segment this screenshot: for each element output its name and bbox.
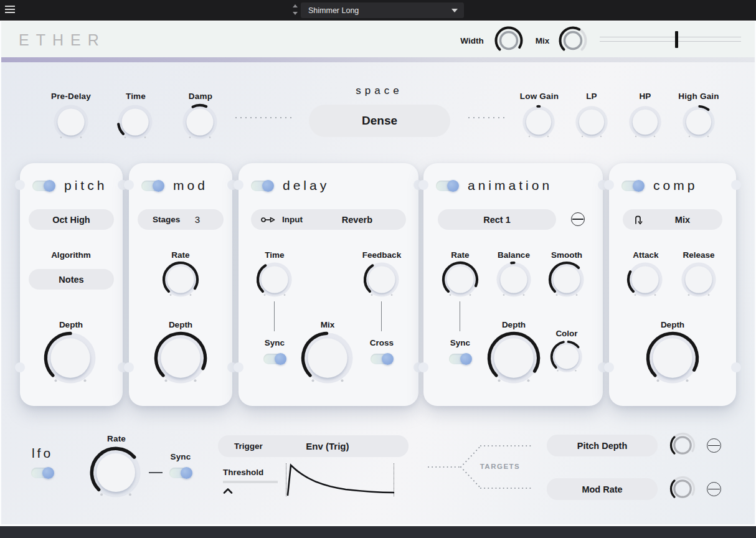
mod-depth-knob[interactable]	[153, 331, 208, 385]
threshold-label: Threshold	[223, 468, 263, 477]
bottom-bar	[0, 526, 756, 538]
delay-enable-toggle[interactable]	[251, 181, 273, 191]
preset-spinner[interactable]	[293, 4, 298, 16]
trigger-label: Trigger	[234, 441, 263, 451]
threshold-handle-icon[interactable]	[223, 488, 233, 494]
lfo-enable-toggle[interactable]	[31, 468, 54, 478]
high-gain-label: High Gain	[678, 92, 719, 101]
pitch-enable-toggle[interactable]	[32, 181, 55, 191]
animation-smooth-knob[interactable]	[548, 261, 585, 298]
algorithm-label: Algorithm	[51, 250, 91, 260]
low-gain-knob[interactable]	[521, 105, 556, 139]
space-mode-selector[interactable]: Dense	[309, 105, 450, 137]
animation-polarity-icon[interactable]	[571, 212, 585, 226]
stages-value: 3	[195, 214, 200, 225]
env-curve-path	[288, 465, 394, 495]
comp-routing-selector[interactable]: Mix	[623, 209, 722, 230]
comp-depth-knob[interactable]	[645, 331, 700, 385]
space-title: space	[356, 85, 402, 97]
pre-delay-label: Pre-Delay	[51, 92, 91, 101]
delay-feedback-knob[interactable]	[363, 261, 400, 298]
animation-card: animation Rect 1 Rate Balance Smooth Syn…	[423, 163, 603, 406]
lfo-rate-knob[interactable]	[89, 446, 143, 499]
animation-depth-label: Depth	[502, 320, 526, 329]
preset-next-icon[interactable]	[293, 12, 298, 15]
pitch-depth-knob[interactable]	[43, 331, 98, 385]
comp-card-title: comp	[653, 178, 697, 193]
hp-knob[interactable]	[628, 105, 663, 139]
toggle-thumb	[262, 180, 274, 192]
pitch-depth-label: Depth	[59, 320, 83, 329]
connector-line	[274, 301, 275, 331]
animation-sync-toggle[interactable]	[449, 354, 471, 364]
accent-band	[0, 57, 756, 62]
low-gain-label: Low Gain	[520, 92, 559, 101]
targets-label: TARGETS	[480, 463, 521, 470]
lfo-sync-label: Sync	[170, 452, 191, 461]
animation-depth-knob[interactable]	[486, 331, 541, 385]
menu-icon[interactable]	[5, 6, 15, 14]
animation-color-knob[interactable]	[550, 340, 584, 374]
lfo-sync-toggle[interactable]	[169, 468, 192, 478]
mod-rate-label: Rate	[171, 250, 189, 260]
lp-knob[interactable]	[574, 105, 609, 139]
pre-delay-knob[interactable]	[52, 103, 90, 141]
delay-time-label: Time	[265, 250, 284, 260]
input-value: Reverb	[342, 215, 372, 225]
target-slot-mod-rate[interactable]: Mod Rate	[547, 478, 658, 500]
preset-name: Shimmer Long	[301, 6, 359, 15]
delay-time-knob[interactable]	[256, 261, 293, 298]
animation-shape-selector[interactable]: Rect 1	[438, 209, 556, 230]
envelope-display	[286, 463, 394, 496]
animation-rate-knob[interactable]	[442, 261, 479, 298]
output-slider[interactable]	[600, 37, 741, 42]
threshold-track	[223, 481, 278, 483]
target-remove-icon-1[interactable]	[707, 438, 721, 453]
trigger-selector[interactable]: Trigger Env (Trig)	[218, 435, 409, 457]
pitch-mode-selector[interactable]: Oct High	[29, 209, 114, 230]
mix-label: Mix	[536, 36, 550, 45]
hp-label: HP	[639, 92, 651, 101]
preset-selector[interactable]: Shimmer Long	[301, 2, 464, 18]
delay-cross-toggle[interactable]	[371, 354, 393, 364]
time-label: Time	[126, 92, 146, 101]
high-gain-knob[interactable]	[681, 105, 716, 139]
animation-smooth-label: Smooth	[551, 250, 582, 260]
comp-attack-knob[interactable]	[626, 261, 664, 298]
target-slot-pitch-depth[interactable]: Pitch Depth	[547, 435, 658, 456]
target-amount-knob-1[interactable]	[669, 432, 696, 459]
delay-feedback-label: Feedback	[362, 250, 401, 260]
width-knob[interactable]	[493, 25, 524, 56]
connector-line	[460, 301, 460, 331]
titlebar: Shimmer Long	[0, 0, 756, 21]
toggle-thumb	[42, 467, 54, 479]
delay-sync-toggle[interactable]	[263, 354, 286, 364]
time-knob[interactable]	[116, 103, 154, 141]
comp-release-knob[interactable]	[680, 261, 717, 298]
mix-knob[interactable]	[557, 25, 588, 56]
animation-balance-knob[interactable]	[495, 261, 532, 298]
delay-input-selector[interactable]: Input Reverb	[251, 209, 406, 230]
target-amount-knob-2[interactable]	[669, 475, 696, 503]
slider-handle[interactable]	[675, 31, 678, 48]
animation-rate-label: Rate	[451, 250, 469, 260]
target-remove-icon-2[interactable]	[707, 482, 721, 496]
plugin-window: Shimmer Long ETHER Width Mix Pre-Delay T…	[0, 0, 756, 538]
damp-knob[interactable]	[181, 103, 219, 141]
lfo-rate-label: Rate	[107, 434, 126, 443]
comp-enable-toggle[interactable]	[621, 181, 644, 191]
toggle-thumb	[181, 467, 192, 479]
delay-mix-label: Mix	[321, 320, 335, 329]
mod-depth-label: Depth	[169, 320, 192, 329]
mod-enable-toggle[interactable]	[141, 181, 164, 191]
animation-color-label: Color	[555, 329, 577, 338]
mod-rate-knob[interactable]	[162, 261, 199, 298]
animation-card-title: animation	[468, 178, 552, 193]
input-label: Input	[282, 215, 303, 224]
delay-mix-knob[interactable]	[300, 331, 355, 385]
preset-prev-icon[interactable]	[293, 4, 298, 7]
comp-card: comp Mix Attack Release Depth	[609, 163, 736, 406]
mod-stages-selector[interactable]: Stages 3	[138, 209, 224, 230]
pitch-algorithm-selector[interactable]: Notes	[29, 269, 114, 290]
animation-enable-toggle[interactable]	[436, 181, 458, 191]
